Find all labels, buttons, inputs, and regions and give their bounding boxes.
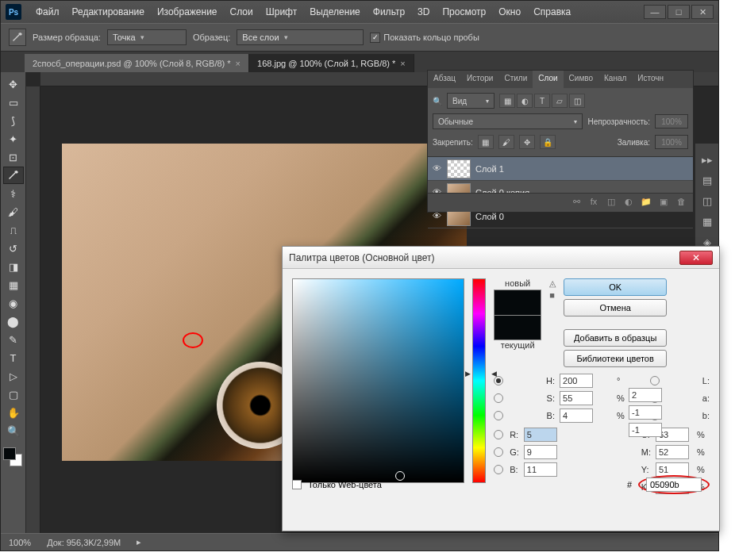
show-ring-checkbox[interactable]: ✓ — [370, 33, 380, 43]
web-only-checkbox[interactable] — [292, 480, 302, 489]
menu-window[interactable]: Окно — [492, 6, 527, 17]
color-field[interactable] — [292, 278, 464, 483]
input-l[interactable]: 2 — [629, 388, 662, 402]
tab-paragraph[interactable]: Абзац — [428, 71, 461, 88]
zoom-level[interactable]: 100% — [9, 538, 31, 547]
dialog-close-button[interactable]: ✕ — [679, 251, 713, 265]
foreground-color[interactable] — [3, 447, 16, 460]
zoom-tool[interactable]: 🔍 — [3, 422, 24, 439]
layer-filter-select[interactable]: Вид — [447, 93, 494, 109]
pen-tool[interactable]: ✎ — [3, 331, 24, 348]
delete-layer-icon[interactable]: 🗑 — [674, 197, 688, 209]
radio-r[interactable] — [494, 430, 503, 439]
document-tab-1[interactable]: 2спосб_операции.psd @ 100% (Слой 8, RGB/… — [25, 54, 249, 72]
menu-edit[interactable]: Редактирование — [66, 6, 151, 17]
tab-styles[interactable]: Стили — [498, 71, 533, 88]
blur-tool[interactable]: ◉ — [3, 294, 24, 312]
sample-size-select[interactable]: Точка — [107, 29, 187, 45]
web-safe-icon[interactable]: ■ — [549, 290, 556, 300]
lock-paint-icon[interactable]: 🖌 — [498, 135, 514, 149]
lasso-tool[interactable]: ⟆ — [3, 112, 24, 129]
brush-tool[interactable]: 🖌 — [3, 203, 24, 221]
radio-g[interactable] — [494, 447, 503, 457]
tab-layers[interactable]: Слои — [533, 71, 563, 88]
add-swatch-button[interactable]: Добавить в образцы — [564, 329, 667, 347]
maximize-button[interactable]: □ — [668, 5, 690, 19]
filter-type-icon[interactable]: T — [534, 94, 550, 108]
ok-button[interactable]: OK — [564, 278, 667, 296]
gradient-tool[interactable]: ▦ — [3, 276, 24, 293]
tab-character[interactable]: Симво — [564, 71, 598, 88]
dock-expand-icon[interactable]: ▸▸ — [698, 150, 717, 169]
close-button[interactable]: ✕ — [691, 5, 714, 19]
expand-icon[interactable]: ▸ — [137, 537, 141, 547]
layer-thumbnail[interactable] — [447, 159, 471, 178]
layer-style-icon[interactable]: fx — [587, 197, 601, 209]
visibility-icon[interactable]: 👁 — [431, 211, 442, 222]
current-color-swatch[interactable] — [494, 315, 541, 340]
hex-input[interactable]: 05090b — [646, 478, 702, 492]
menu-filter[interactable]: Фильтр — [367, 6, 411, 17]
filter-pixel-icon[interactable]: ▦ — [499, 94, 515, 108]
cancel-button[interactable]: Отмена — [564, 299, 667, 316]
color-libraries-button[interactable]: Библиотеки цветов — [564, 350, 667, 367]
filter-adjust-icon[interactable]: ◐ — [517, 94, 533, 108]
close-icon[interactable]: × — [236, 59, 241, 68]
menu-type[interactable]: Шрифт — [260, 6, 303, 17]
type-tool[interactable]: T — [3, 349, 24, 366]
fill-input[interactable]: 100% — [655, 135, 688, 149]
menu-layer[interactable]: Слои — [224, 6, 260, 17]
menu-3d[interactable]: 3D — [411, 6, 436, 17]
input-h[interactable]: 200 — [560, 374, 593, 388]
blend-mode-select[interactable]: Обычные — [433, 113, 583, 129]
close-icon[interactable]: × — [400, 59, 405, 68]
swatches-icon[interactable]: ▦ — [698, 212, 717, 231]
menu-view[interactable]: Просмотр — [436, 6, 492, 17]
input-m[interactable]: 52 — [656, 445, 689, 459]
minimize-button[interactable]: — — [644, 5, 666, 19]
input-g[interactable]: 9 — [524, 445, 557, 459]
tab-channels[interactable]: Канал — [598, 71, 632, 88]
lock-all-icon[interactable]: 🔒 — [540, 135, 556, 149]
gamut-warning-icon[interactable]: ◬ — [549, 278, 556, 289]
layer-mask-icon[interactable]: ◫ — [604, 197, 618, 209]
link-layers-icon[interactable]: ⚯ — [569, 197, 583, 209]
group-icon[interactable]: 📁 — [639, 197, 653, 209]
shape-tool[interactable]: ▢ — [3, 385, 24, 403]
input-b[interactable]: 4 — [560, 408, 593, 423]
menu-help[interactable]: Справка — [527, 6, 577, 17]
filter-smart-icon[interactable]: ◫ — [569, 94, 585, 108]
radio-b[interactable] — [494, 411, 503, 420]
new-layer-icon[interactable]: ▣ — [656, 197, 671, 209]
eyedropper-tool[interactable] — [3, 167, 24, 184]
layer-item[interactable]: 👁 Слой 1 — [428, 157, 693, 181]
crop-tool[interactable]: ⊡ — [3, 148, 24, 166]
input-r[interactable]: 5 — [524, 428, 557, 442]
stamp-tool[interactable]: ⎍ — [3, 221, 24, 239]
eraser-tool[interactable]: ◨ — [3, 258, 24, 275]
dialog-titlebar[interactable]: Палитра цветов (Основной цвет) ✕ — [283, 247, 719, 269]
tool-preset-icon[interactable] — [9, 29, 26, 46]
opacity-input[interactable]: 100% — [655, 114, 688, 128]
wand-tool[interactable]: ✦ — [3, 130, 24, 148]
color-icon[interactable]: ◫ — [698, 191, 717, 210]
input-a[interactable]: -1 — [629, 405, 662, 420]
history-brush-tool[interactable]: ↺ — [3, 240, 24, 257]
history-icon[interactable]: ▤ — [698, 171, 717, 190]
radio-l[interactable] — [650, 376, 660, 385]
tab-history[interactable]: Истори — [461, 71, 498, 88]
filter-shape-icon[interactable]: ▱ — [552, 94, 568, 108]
input-s[interactable]: 55 — [560, 391, 593, 405]
visibility-icon[interactable]: 👁 — [431, 163, 442, 175]
healing-tool[interactable]: ⚕ — [3, 185, 24, 202]
adjustment-layer-icon[interactable]: ◐ — [621, 197, 636, 209]
hue-marker[interactable] — [468, 370, 494, 376]
hue-slider[interactable] — [472, 278, 486, 483]
menu-select[interactable]: Выделение — [303, 6, 367, 17]
hand-tool[interactable]: ✋ — [3, 404, 24, 421]
document-tab-2[interactable]: 168.jpg @ 100% (Слой 1, RGB/8) * × — [249, 54, 414, 72]
menu-image[interactable]: Изображение — [151, 6, 224, 17]
tab-source[interactable]: Источн — [632, 71, 669, 88]
menu-file[interactable]: Файл — [29, 6, 66, 17]
radio-s[interactable] — [494, 393, 503, 403]
